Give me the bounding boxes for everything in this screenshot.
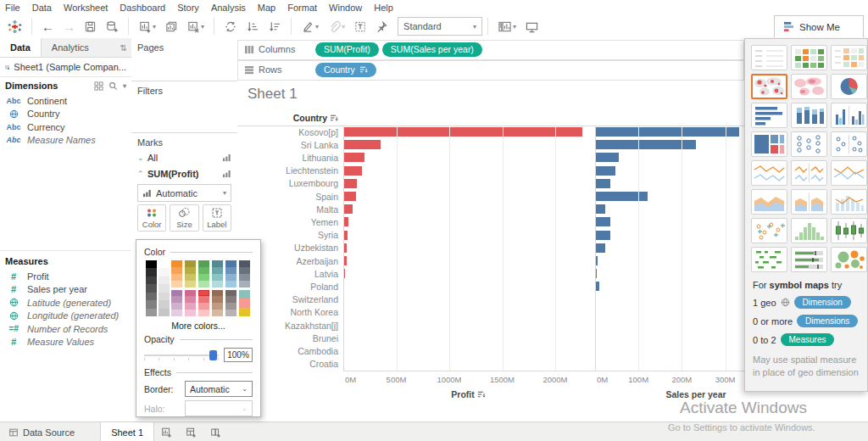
- color-swatch[interactable]: [185, 274, 196, 281]
- bar-sales-per-year-latvia[interactable]: [596, 269, 597, 278]
- color-swatch[interactable]: [239, 290, 250, 299]
- showme-continuous-lines[interactable]: [751, 160, 787, 186]
- color-swatch[interactable]: [159, 293, 170, 300]
- more-colors-link[interactable]: More colors...: [144, 321, 253, 331]
- color-swatch[interactable]: [159, 300, 170, 308]
- color-swatch[interactable]: [198, 274, 209, 281]
- color-swatch[interactable]: [225, 303, 236, 310]
- chevron-down-icon[interactable]: ⌄: [137, 154, 147, 162]
- show-hide-cards-icon[interactable]: ▾: [493, 16, 520, 36]
- bar-sales-per-year-malta[interactable]: [596, 204, 605, 214]
- showme-gantt[interactable]: [751, 247, 787, 272]
- color-swatch[interactable]: [198, 267, 209, 274]
- color-swatch[interactable]: [171, 281, 182, 287]
- color-swatch[interactable]: [146, 276, 157, 284]
- color-swatch[interactable]: [225, 267, 236, 274]
- measure-latitude-generated[interactable]: Latitude (generated): [0, 296, 131, 310]
- chevron-up-icon[interactable]: ⌃: [137, 170, 147, 178]
- color-swatch[interactable]: [225, 310, 236, 316]
- color-swatch[interactable]: [146, 300, 157, 308]
- bar-profit-sri-lanka[interactable]: [344, 140, 381, 149]
- bar-sales-per-year-spain[interactable]: [596, 192, 648, 201]
- color-swatch[interactable]: [212, 260, 223, 267]
- showme-circle-views[interactable]: [791, 131, 827, 157]
- color-swatch[interactable]: [146, 293, 157, 300]
- measure-longitude-generated[interactable]: Longitude (generated): [0, 310, 131, 323]
- color-swatch[interactable]: [171, 296, 182, 303]
- sort-icon[interactable]: [359, 66, 368, 74]
- bar-profit-spain[interactable]: [344, 192, 356, 201]
- pin-icon[interactable]: [371, 16, 392, 36]
- new-story-button[interactable]: [203, 422, 228, 441]
- bar-sales-per-year-yemen[interactable]: [596, 217, 610, 226]
- new-worksheet-icon[interactable]: ▾: [134, 16, 160, 36]
- menu-map[interactable]: Map: [258, 3, 275, 13]
- showme-filled-map[interactable]: [791, 74, 827, 99]
- bar-profit-azerbaijan[interactable]: [344, 256, 347, 265]
- marks-row-sum-profit[interactable]: ⌃ SUM(Profit): [131, 165, 237, 181]
- showme-side-by-side-bars[interactable]: [831, 103, 867, 128]
- color-swatch[interactable]: [212, 281, 223, 287]
- measure-number-of-records[interactable]: =#Number of Records: [0, 322, 131, 336]
- color-swatch[interactable]: [212, 296, 223, 303]
- dimension-currency[interactable]: AbcCurrency: [0, 120, 131, 134]
- clear-sheet-icon[interactable]: ▾: [182, 16, 209, 36]
- bar-sales-per-year-kosovo-p-[interactable]: [596, 127, 739, 137]
- bar-profit-yemen[interactable]: [344, 217, 348, 226]
- showme-symbol-map[interactable]: [751, 74, 787, 99]
- color-swatch[interactable]: [239, 274, 250, 281]
- color-swatch[interactable]: [171, 267, 182, 274]
- color-swatch[interactable]: [212, 290, 223, 297]
- color-swatch[interactable]: [171, 274, 182, 281]
- data-source-tab[interactable]: Data Source: [0, 422, 83, 441]
- color-swatch[interactable]: [171, 310, 182, 316]
- showme-horizontal-bars[interactable]: [751, 103, 787, 128]
- pane-swap-icon[interactable]: ⇅: [116, 38, 131, 57]
- bar-profit-lithuania[interactable]: [344, 153, 364, 162]
- color-swatch[interactable]: [225, 281, 236, 287]
- color-swatch[interactable]: [198, 281, 209, 287]
- color-swatch[interactable]: [185, 290, 196, 297]
- showme-bullet-graph[interactable]: [791, 247, 827, 272]
- sort-descending-icon[interactable]: [264, 16, 286, 36]
- bar-sales-per-year-azerbaijan[interactable]: [596, 256, 598, 265]
- bar-profit-latvia[interactable]: [344, 269, 345, 278]
- bar-profit-liechtenstein[interactable]: [344, 166, 362, 176]
- bar-sales-per-year-liechtenstein[interactable]: [596, 166, 615, 176]
- bar-sales-per-year-syria[interactable]: [596, 231, 610, 240]
- color-swatch[interactable]: [225, 290, 236, 297]
- showme-box-and-whisker[interactable]: [831, 218, 867, 243]
- find-field-icon[interactable]: [108, 81, 118, 91]
- mark-type-dropdown[interactable]: Automatic ▾: [137, 184, 231, 202]
- showme-discrete-lines[interactable]: [791, 160, 827, 186]
- pill-country[interactable]: Country: [315, 63, 376, 77]
- color-swatch[interactable]: [198, 310, 209, 316]
- bar-profit-luxembourg[interactable]: [344, 179, 357, 188]
- dimension-country[interactable]: Country: [0, 108, 131, 121]
- opacity-slider-thumb[interactable]: [209, 350, 217, 360]
- showme-side-by-side-circles[interactable]: [831, 131, 867, 157]
- opacity-slider[interactable]: [144, 349, 219, 361]
- showme-histogram[interactable]: [791, 218, 827, 243]
- color-swatch[interactable]: [171, 290, 182, 297]
- color-swatch[interactable]: [159, 284, 170, 292]
- color-swatch[interactable]: [212, 274, 223, 281]
- color-swatch[interactable]: [212, 310, 223, 316]
- undo-icon[interactable]: ←: [37, 16, 58, 36]
- view-as-icon[interactable]: [94, 81, 103, 91]
- menu-analysis[interactable]: Analysis: [211, 3, 246, 13]
- redo-icon[interactable]: →: [58, 16, 80, 36]
- sort-ascending-icon[interactable]: [242, 16, 264, 36]
- dimension-measure-names[interactable]: AbcMeasure Names: [0, 134, 131, 148]
- highlight-icon[interactable]: ▾: [297, 16, 323, 36]
- showme-heat-map[interactable]: [831, 45, 867, 70]
- size-button[interactable]: Size: [170, 204, 198, 232]
- measure-sales-per-year[interactable]: #Sales per year: [0, 283, 131, 297]
- color-swatch[interactable]: [198, 290, 209, 297]
- color-swatch[interactable]: [239, 260, 250, 267]
- filters-card[interactable]: Filters: [131, 81, 237, 133]
- showme-treemap[interactable]: [751, 131, 787, 157]
- bar-profit-uzbekistan[interactable]: [344, 243, 347, 253]
- bar-profit-kosovo-p-[interactable]: [344, 127, 582, 137]
- showme-scatter-plot[interactable]: [751, 218, 787, 243]
